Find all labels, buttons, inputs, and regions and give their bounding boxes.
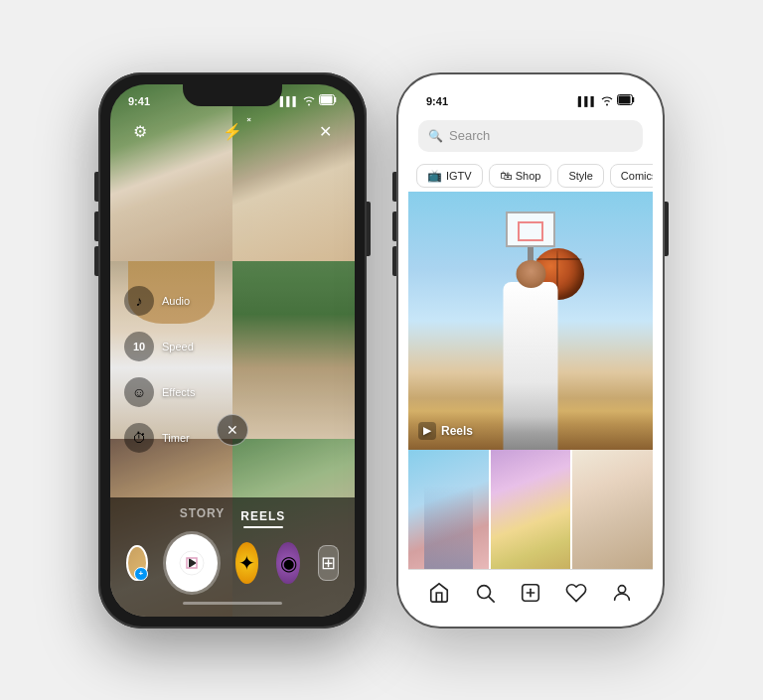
player-body	[504, 282, 558, 450]
shutter-button[interactable]	[166, 534, 218, 592]
cat-shop-label: Shop	[516, 170, 541, 182]
wifi-icon-right	[600, 94, 614, 108]
camera-bottom: STORY REELS +	[110, 497, 355, 617]
status-time-left: 9:41	[128, 95, 150, 107]
thumbnail-1[interactable]	[408, 450, 489, 569]
effects-menu-item[interactable]: ☺ Effects	[124, 377, 195, 407]
nav-heart[interactable]	[558, 575, 594, 611]
audio-menu-item[interactable]: ♪ Audio	[124, 286, 195, 316]
search-bar[interactable]: 🔍 Search	[418, 120, 643, 152]
avatar-badge: +	[134, 567, 148, 581]
camera-overlay: 9:41 ▌▌▌ ⚙ ⚡	[110, 84, 355, 617]
camera-bottom-row: + ✦	[110, 534, 355, 592]
cat-comics-label: Comics	[621, 170, 653, 182]
home-indicator-left	[183, 602, 282, 605]
cat-shop[interactable]: 🛍 Shop	[489, 164, 552, 188]
reels-badge-icon: ▶	[418, 422, 436, 440]
camera-menu: ♪ Audio 10 Speed ☺ Effects ⏱ Timer	[124, 286, 195, 453]
status-time-right: 9:41	[426, 95, 448, 107]
tab-reels[interactable]: REELS	[240, 509, 285, 523]
gallery-button[interactable]: ⊞	[318, 545, 339, 581]
filter-gold-button[interactable]: ✦	[235, 542, 259, 584]
thumbnail-grid	[408, 450, 653, 569]
cat-style[interactable]: Style	[557, 164, 603, 188]
svg-line-6	[489, 597, 494, 602]
main-content-image: ▶ Reels	[408, 192, 653, 450]
basketball-background	[408, 192, 653, 450]
status-icons-right: ▌▌▌	[578, 94, 635, 108]
notch	[183, 84, 282, 106]
cat-igtv[interactable]: 📺 IGTV	[416, 164, 483, 188]
timer-label: Timer	[162, 432, 190, 444]
backboard	[506, 211, 555, 247]
effects-label: Effects	[162, 386, 195, 398]
speed-menu-item[interactable]: 10 Speed	[124, 332, 195, 361]
instagram-screen: 9:41 ▌▌▌ 🔍 Search 📺	[408, 84, 653, 617]
audio-label: Audio	[162, 295, 190, 307]
effects-icon: ☺	[124, 377, 154, 407]
svg-rect-1	[321, 96, 333, 104]
signal-icon: ▌▌▌	[280, 96, 299, 106]
svg-point-10	[618, 586, 625, 593]
bottom-nav	[408, 569, 653, 617]
speed-label: Speed	[162, 341, 194, 352]
nav-add[interactable]	[513, 575, 548, 611]
thumbnail-3[interactable]	[572, 450, 653, 569]
cat-comics[interactable]: Comics	[610, 164, 653, 188]
battery-icon	[319, 94, 337, 107]
flash-icon[interactable]: ⚡ ×	[219, 118, 246, 146]
close-icon[interactable]: ✕	[311, 118, 339, 146]
timer-menu-item[interactable]: ⏱ Timer	[124, 423, 195, 453]
flash-off-badge: ×	[246, 115, 251, 124]
nav-profile[interactable]	[604, 575, 640, 611]
camera-top-controls: ⚙ ⚡ × ✕	[126, 118, 339, 146]
tab-reels-indicator	[243, 526, 283, 528]
search-placeholder: Search	[449, 128, 490, 143]
igtv-icon: 📺	[427, 169, 442, 183]
battery-icon-right	[617, 94, 635, 107]
right-notch	[481, 84, 580, 106]
reels-badge-label: Reels	[441, 424, 473, 438]
nav-home[interactable]	[421, 575, 457, 611]
camera-background: 9:41 ▌▌▌ ⚙ ⚡	[110, 84, 355, 617]
category-tabs: 📺 IGTV 🛍 Shop Style Comics TV & Movie	[408, 160, 653, 192]
svg-rect-4	[619, 96, 631, 104]
cat-igtv-label: IGTV	[446, 170, 472, 182]
nav-search[interactable]	[467, 575, 503, 611]
wifi-icon	[302, 94, 316, 108]
audio-icon: ♪	[124, 286, 154, 316]
player-head	[516, 260, 545, 288]
signal-icon-right: ▌▌▌	[578, 96, 597, 106]
tab-story[interactable]: STORY	[180, 506, 226, 528]
player-figure	[471, 282, 590, 450]
filter-purple-button[interactable]: ◉	[276, 542, 300, 584]
speed-icon: 10	[124, 332, 154, 361]
camera-close-mid[interactable]: ✕	[217, 414, 248, 446]
left-phone: 9:41 ▌▌▌ ⚙ ⚡	[98, 72, 367, 629]
camera-avatar[interactable]: +	[126, 545, 148, 581]
right-phone: 9:41 ▌▌▌ 🔍 Search 📺	[396, 72, 665, 629]
cat-style-label: Style	[568, 170, 592, 182]
thumbnail-2[interactable]	[491, 450, 571, 569]
shop-icon: 🛍	[500, 169, 512, 183]
camera-tabs: STORY REELS	[180, 506, 286, 528]
close-circle-icon: ✕	[217, 414, 248, 446]
settings-icon[interactable]: ⚙	[126, 118, 154, 146]
timer-icon: ⏱	[124, 423, 154, 453]
shutter-inner	[169, 540, 215, 586]
status-icons-left: ▌▌▌	[280, 94, 337, 108]
tab-reels-container: REELS	[240, 506, 285, 528]
reels-badge: ▶ Reels	[418, 422, 473, 440]
search-icon: 🔍	[428, 129, 443, 143]
right-screen: 9:41 ▌▌▌ 🔍 Search 📺	[408, 84, 653, 617]
left-screen: 9:41 ▌▌▌ ⚙ ⚡	[110, 84, 355, 617]
